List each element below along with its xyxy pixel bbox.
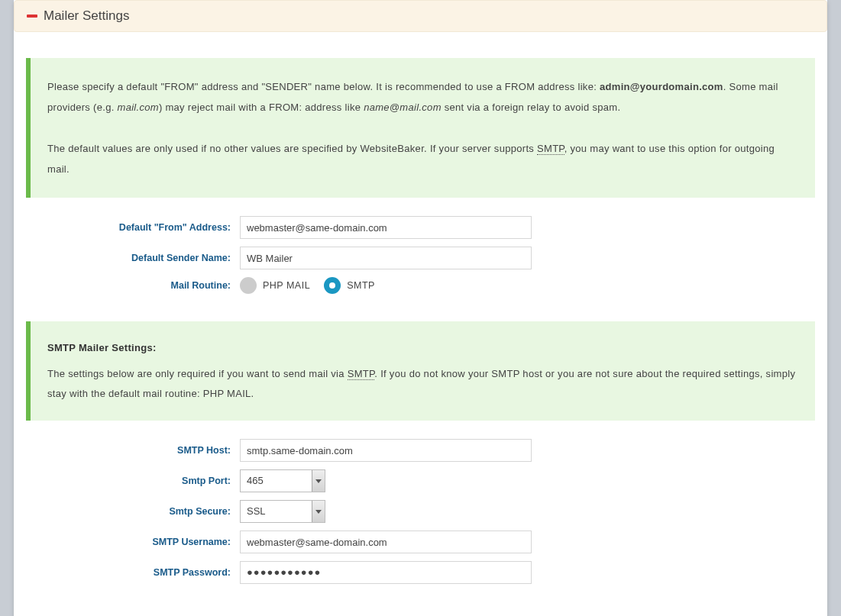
label-smtp-username: SMTP Username:: [26, 537, 240, 547]
smtp-secure-select[interactable]: SSL: [240, 500, 325, 523]
label-mail-routine: Mail Routine:: [26, 280, 240, 291]
info-box-main: Please specify a default "FROM" address …: [26, 58, 815, 198]
example-domain-italic: mail.com: [118, 102, 159, 113]
example-email-italic: name@mail.com: [364, 102, 442, 113]
section-header[interactable]: Mailer Settings: [14, 0, 827, 32]
smtp-abbr: SMTP: [348, 368, 375, 380]
smtp-password-input[interactable]: ●●●●●●●●●●●: [240, 561, 532, 584]
radio-php-mail[interactable]: [240, 277, 257, 294]
mail-routine-group: PHP MAIL SMTP: [240, 277, 375, 294]
smtp-host-input[interactable]: [240, 439, 532, 462]
text: Please specify a default "FROM" address …: [47, 81, 600, 92]
chevron-down-icon: [312, 470, 325, 492]
text: The default values are only used if no o…: [47, 143, 537, 154]
from-address-input[interactable]: [240, 216, 532, 239]
text: The settings below are only required if …: [47, 368, 348, 379]
smtp-abbr: SMTP: [537, 143, 564, 155]
sender-name-input[interactable]: [240, 247, 532, 269]
example-email-bold: admin@yourdomain.com: [600, 81, 723, 92]
smtp-secure-value: SSL: [241, 501, 312, 522]
label-from-address: Default "From" Address:: [26, 222, 240, 233]
radio-label-php-mail: PHP MAIL: [263, 280, 310, 291]
label-smtp-password: SMTP Password:: [26, 567, 240, 578]
minus-icon: [27, 15, 37, 18]
smtp-info-paragraph: The settings below are only required if …: [47, 364, 798, 404]
radio-label-smtp: SMTP: [347, 280, 375, 291]
section-title: Mailer Settings: [44, 8, 129, 24]
mailer-settings-panel: Mailer Settings Please specify a default…: [14, 0, 827, 616]
smtp-username-input[interactable]: [240, 531, 532, 553]
radio-smtp[interactable]: [324, 277, 341, 294]
smtp-port-select[interactable]: 465: [240, 469, 325, 492]
text: sent via a foreign relay to avoid spam.: [442, 102, 621, 113]
label-smtp-secure: Smtp Secure:: [26, 506, 240, 517]
info-box-smtp: SMTP Mailer Settings: The settings below…: [26, 321, 815, 421]
label-smtp-host: SMTP Host:: [26, 445, 240, 456]
text: ) may reject mail with a FROM: address l…: [159, 102, 364, 113]
smtp-settings-heading: SMTP Mailer Settings:: [47, 338, 798, 358]
chevron-down-icon: [312, 501, 325, 522]
label-sender-name: Default Sender Name:: [26, 253, 240, 263]
info-paragraph-1: Please specify a default "FROM" address …: [47, 76, 798, 118]
label-smtp-port: Smtp Port:: [26, 476, 240, 486]
smtp-port-value: 465: [241, 470, 312, 492]
info-paragraph-2: The default values are only used if no o…: [47, 138, 798, 180]
